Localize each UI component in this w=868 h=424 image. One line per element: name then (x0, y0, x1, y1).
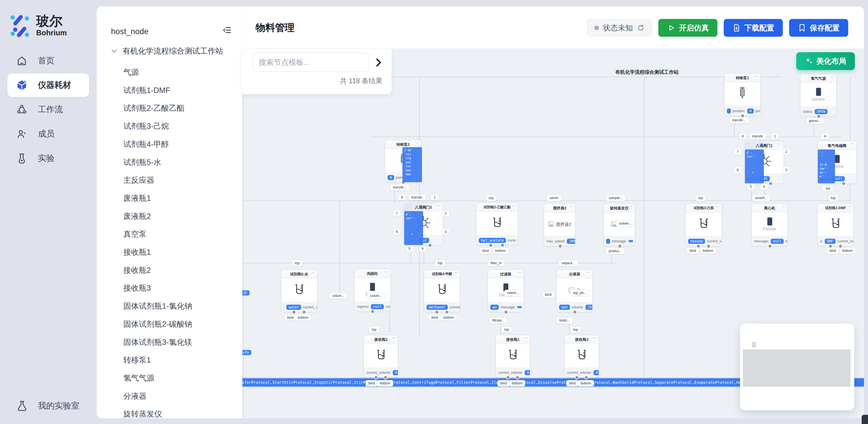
port-chip-top[interactable]: top (828, 195, 838, 201)
port-chip-4[interactable]: 4 (419, 246, 427, 252)
node-reagent-bottle-3[interactable]: 试剂瓶3-己烷•••hexanecurrent_v›› (686, 204, 722, 246)
attr-value-badge[interactable]: water (286, 305, 301, 310)
port-chip-bind[interactable]: bind (479, 248, 492, 254)
node-menu-icon[interactable]: ••• (831, 75, 834, 78)
port-chip-1[interactable]: 1 (771, 133, 779, 140)
port-chip-top[interactable]: top (486, 195, 497, 201)
sidebar-item-实验[interactable]: 实验 (7, 147, 89, 170)
node-centrifuge[interactable]: 离心机•••Devicemessage:nullma› (751, 204, 788, 246)
port-chip-8[interactable]: 8 (398, 194, 406, 201)
attr-value-badge[interactable]: wn (490, 305, 499, 310)
node-stirrer-2[interactable]: 搅拌器2•••搅拌器2max_speed:2000› (544, 204, 576, 246)
port-chip-3[interactable]: 3 (442, 229, 450, 235)
flow-canvas[interactable]: 有机化学流程综合测试工作站 TransferProtocol,StartStir… (242, 49, 864, 418)
start-simulation-button[interactable]: 开启仿真 (658, 19, 717, 37)
port-connector-dot[interactable]: › (371, 309, 375, 313)
attr-value-badge[interactable] (727, 109, 731, 114)
node-eight-way-valve-1[interactable]: 八通阀门1•••status:Idl›p', ion': ' ⌕ (745, 141, 784, 184)
port-connector-dot[interactable]: › (504, 310, 508, 314)
port-chip-out[interactable]: out (823, 185, 833, 192)
port-chip-bottom[interactable]: bottom (441, 314, 457, 321)
port-chip-bind[interactable]: bind (497, 380, 510, 386)
port-chip-bottom[interactable]: bottom (509, 380, 525, 386)
port-chip-in[interactable]: in (821, 133, 829, 140)
tree-item-分液器[interactable]: 分液器 (123, 391, 147, 401)
tree-item-试剂瓶3-己烷[interactable]: 试剂瓶3-己烷 (123, 121, 169, 131)
node-h2-solenoid-valve[interactable]: 氢气电磁阀•••Devicestatus:null›': ': 12.0, im… (817, 141, 857, 184)
port-chip-bottom[interactable]: bottom (377, 380, 393, 386)
attr-value-badge[interactable]: 0 (747, 109, 754, 114)
node-menu-icon[interactable]: ••• (778, 143, 781, 146)
port-chip-7[interactable]: 7 (393, 210, 401, 217)
port-chip-transfe[interactable]: transfe... (730, 117, 749, 123)
port-chip-top_ph[interactable]: top_ph... (570, 290, 589, 296)
port-chip-bind[interactable]: bind (566, 380, 579, 386)
node-menu-icon[interactable]: ••• (716, 205, 719, 208)
node-menu-icon[interactable]: ••• (454, 271, 458, 274)
collapse-panel-icon[interactable] (222, 25, 232, 35)
port-chip-produc[interactable]: produc... (606, 248, 625, 254)
tree-item-主反应器[interactable]: 主反应器 (123, 175, 154, 185)
tree-item-废液瓶1[interactable]: 废液瓶1 (123, 193, 151, 203)
attr-value-badge[interactable] (606, 239, 610, 244)
sidebar-item-my-lab[interactable]: 我的实验室 (16, 400, 80, 412)
port-chip-stirrer[interactable]: stirrer (547, 195, 561, 201)
attr-value-badge[interactable]: 250 (585, 305, 592, 310)
tree-item-试剂瓶2-乙酸乙酯[interactable]: 试剂瓶2-乙酸乙酯 (123, 103, 184, 113)
port-chip-bottom[interactable]: bottom (578, 380, 594, 386)
port-connector-dot[interactable]: › (302, 310, 306, 314)
port-connector-dot[interactable]: › (500, 243, 504, 247)
status-badge[interactable]: 状态未知 (587, 19, 652, 36)
attr-value-badge[interactable]: 2000 (567, 239, 575, 244)
tree-item-氢气气源[interactable]: 氢气气源 (123, 373, 154, 383)
attr-value-badge[interactable]: own (559, 305, 570, 310)
node-receiver-3[interactable]: 接收瓶3•••current_volume:0›› (564, 335, 599, 377)
attr-value-badge[interactable]: 0 (525, 370, 530, 375)
attr-value-badge[interactable]: DMF (825, 239, 836, 244)
node-reagent-bottle-2[interactable]: 试剂瓶2-乙酸乙酯•••hyl_acetatecurre›› (476, 203, 518, 245)
port-chip-filter_in[interactable]: filter_in (488, 260, 504, 266)
tree-item-接收瓶1[interactable]: 接收瓶1 (123, 247, 151, 257)
tree-item-转移泵1[interactable]: 转移泵1 (123, 355, 151, 365)
port-chip-retent[interactable]: retent... (504, 290, 522, 296)
search-input[interactable] (253, 53, 369, 72)
port-connector-dot[interactable]: › (445, 310, 449, 314)
attr-value-badge[interactable]: 0 (593, 370, 599, 375)
port-chip-filtrate[interactable]: filtrate... (489, 317, 507, 324)
tree-item-气源[interactable]: 气源 (123, 67, 139, 78)
port-chip-transfe[interactable]: transfe. (408, 194, 426, 201)
node-receiver-2[interactable]: 接收瓶2•••current_volume:0›› (364, 335, 398, 377)
sidebar-item-成员[interactable]: 成员 (7, 122, 89, 146)
attr-value-badge[interactable]: null (771, 239, 784, 244)
port-chip-7[interactable]: 7 (734, 149, 742, 155)
node-reagent-bottle-1[interactable]: 试剂瓶1-DMF•••e:DMFcurrent_vol›› (817, 204, 854, 246)
sidebar-item-仪器耗材[interactable]: 仪器耗材 (7, 73, 89, 97)
beautify-layout-button[interactable]: 美化布局 (796, 52, 855, 70)
node-menu-icon[interactable]: ••• (570, 205, 573, 208)
tree-item-固体试剂瓶1-氯化钠[interactable]: 固体试剂瓶1-氯化钠 (123, 301, 192, 311)
port-connector-dot[interactable]: › (558, 244, 562, 248)
attr-value-badge[interactable]: hyl_acetate (479, 238, 506, 243)
node-menu-icon[interactable]: ••• (782, 205, 785, 208)
tree-item-真空泵[interactable]: 真空泵 (123, 229, 147, 239)
node-reagent-bottle-4[interactable]: 试剂瓶4-甲醇•••methanolcurrent_›› (424, 270, 460, 312)
refresh-icon[interactable] (637, 24, 645, 32)
port-chip-8[interactable]: 8 (739, 133, 747, 140)
node-menu-icon[interactable]: ••• (755, 75, 758, 78)
port-chip-top[interactable]: top (292, 260, 303, 266)
port-chip-2[interactable]: 2 (782, 149, 790, 155)
port-connector-dot[interactable]: › (842, 182, 846, 186)
port-chip-colum[interactable]: colum... (329, 293, 347, 299)
node-transfer-pump-2[interactable]: 转移泵2•••0pump_info:›{'de 'vir 'sta 'pos '… (385, 140, 421, 182)
port-chip-colum[interactable]: colum... (367, 293, 385, 299)
node-receiver-1[interactable]: 接收瓶1•••current_volume:0›› (496, 335, 530, 377)
port-chip-top[interactable]: top (435, 260, 445, 266)
node-transfer-pump-1[interactable]: 转移泵1•••position:0pump› (724, 73, 761, 116)
node-menu-icon[interactable]: ••• (393, 336, 396, 339)
port-chip-separa[interactable]: separa... (559, 260, 578, 266)
port-chip-bind[interactable]: bind (542, 292, 555, 298)
attr-value-badge[interactable]: 0 (388, 175, 394, 180)
attr-value-badge[interactable]: 0 (393, 370, 398, 375)
port-chip-bind[interactable]: bind (687, 248, 699, 254)
port-chip-3[interactable]: 3 (782, 167, 790, 173)
